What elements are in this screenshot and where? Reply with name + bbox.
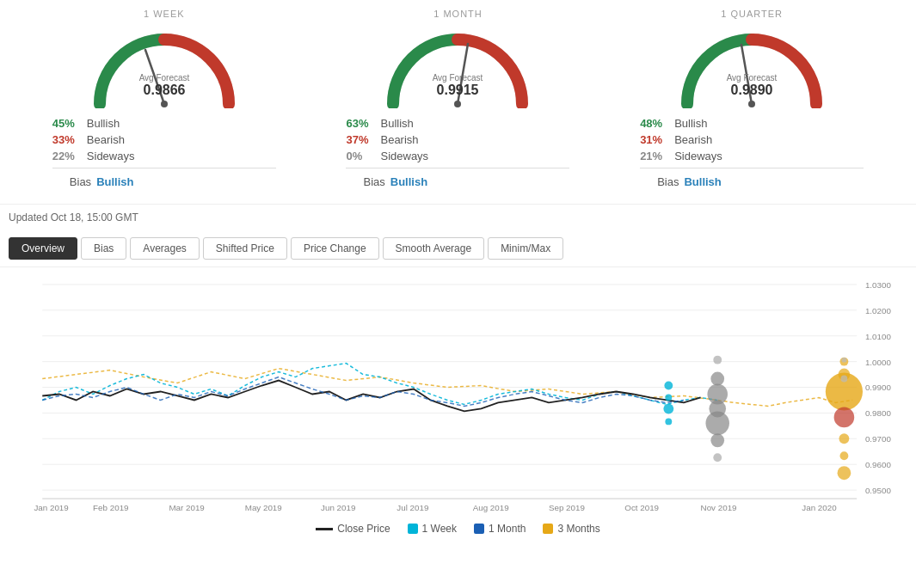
bias-value-month: Bullish (390, 175, 427, 188)
forecast-section: 1 WEEK Avg Forecast 0.9866 45% Bullish (0, 0, 916, 205)
period-label-week: 1 WEEK (144, 9, 185, 19)
bias-value-quarter: Bullish (684, 175, 721, 188)
stats-week: 45% Bullish 33% Bearish 22% Sideways Bia… (35, 108, 293, 195)
chart-area: 1.0300 1.0200 1.0100 1.0000 0.9900 0.980… (0, 266, 916, 516)
legend-close-price: Close Price (316, 523, 390, 535)
svg-text:0.9890: 0.9890 (731, 83, 773, 97)
svg-point-39 (663, 403, 673, 413)
sideways-pct-week: 22% (52, 150, 87, 162)
updated-text: Updated Oct 18, 15:00 GMT (0, 205, 916, 230)
svg-text:0.9900: 0.9900 (865, 383, 891, 392)
legend-dot-3months (543, 524, 553, 534)
legend-dot-week (408, 524, 418, 534)
svg-point-36 (713, 453, 722, 462)
svg-text:Avg Forecast: Avg Forecast (727, 73, 778, 83)
svg-point-5 (454, 101, 461, 107)
forecast-card-month: 1 MONTH Avg Forecast 0.9915 63% Bullish … (329, 9, 587, 204)
bearish-pct-week: 33% (52, 133, 87, 146)
svg-text:1.0300: 1.0300 (865, 280, 891, 290)
legend-1week: 1 Week (408, 523, 457, 535)
svg-point-38 (665, 394, 672, 401)
period-label-quarter: 1 QUARTER (721, 9, 783, 19)
svg-text:Jan 2019: Jan 2019 (34, 503, 69, 512)
bias-value-week: Bullish (96, 175, 133, 188)
svg-point-44 (834, 407, 855, 427)
legend-label-close: Close Price (337, 523, 390, 535)
sideways-pct-month: 0% (346, 150, 380, 162)
svg-text:0.9700: 0.9700 (865, 434, 891, 444)
svg-point-9 (748, 101, 755, 107)
svg-text:Avg Forecast: Avg Forecast (433, 73, 483, 83)
svg-text:0.9866: 0.9866 (143, 83, 185, 97)
svg-text:Jun 2019: Jun 2019 (321, 503, 356, 512)
bearish-pct-month: 37% (346, 133, 380, 146)
stats-month: 63% Bullish 37% Bearish 0% Sideways Bias… (329, 108, 587, 195)
svg-text:1.0200: 1.0200 (865, 306, 891, 315)
svg-text:0.9915: 0.9915 (437, 83, 479, 97)
svg-point-49 (840, 376, 847, 383)
svg-point-45 (839, 433, 850, 444)
tab-shifted-price[interactable]: Shifted Price (203, 237, 287, 260)
legend-3months: 3 Months (543, 523, 599, 535)
bearish-pct-quarter: 31% (640, 133, 674, 146)
svg-point-31 (710, 372, 724, 386)
forecast-card-quarter: 1 QUARTER Avg Forecast 0.9890 48% Bullis… (623, 9, 881, 204)
sideways-pct-quarter: 21% (640, 150, 674, 162)
forecast-card-week: 1 WEEK Avg Forecast 0.9866 45% Bullish (35, 9, 293, 204)
tabs-bar: Overview Bias Averages Shifted Price Pri… (0, 230, 916, 266)
svg-text:1.0000: 1.0000 (865, 358, 891, 367)
bullish-pct-month: 63% (346, 117, 380, 130)
svg-text:Aug 2019: Aug 2019 (473, 503, 509, 512)
period-label-month: 1 MONTH (433, 9, 483, 19)
gauge-quarter: Avg Forecast 0.9890 (674, 22, 829, 108)
svg-text:Jan 2020: Jan 2020 (802, 503, 837, 512)
legend-label-3months: 3 Months (557, 523, 599, 535)
bullish-pct-week: 45% (52, 117, 87, 130)
svg-text:0.9800: 0.9800 (865, 408, 891, 418)
svg-text:Feb 2019: Feb 2019 (93, 503, 129, 512)
bullish-pct-quarter: 48% (640, 117, 674, 130)
legend-label-week: 1 Week (422, 523, 457, 535)
svg-text:Sep 2019: Sep 2019 (549, 503, 585, 512)
svg-text:Oct 2019: Oct 2019 (624, 503, 659, 512)
legend-1month: 1 Month (474, 523, 526, 535)
stats-quarter: 48% Bullish 31% Bearish 21% Sideways Bia… (623, 108, 881, 195)
legend-label-month: 1 Month (489, 523, 526, 535)
tab-smooth-average[interactable]: Smooth Average (383, 237, 485, 260)
tab-overview[interactable]: Overview (9, 237, 77, 260)
svg-point-35 (710, 433, 724, 447)
tab-bias[interactable]: Bias (81, 237, 126, 260)
svg-point-46 (840, 451, 849, 460)
svg-text:Mar 2019: Mar 2019 (169, 503, 205, 512)
tab-minim-max[interactable]: Minim/Max (488, 237, 563, 260)
tab-price-change[interactable]: Price Change (291, 237, 379, 260)
svg-text:0.9500: 0.9500 (865, 486, 891, 495)
svg-point-40 (665, 418, 672, 425)
svg-text:0.9600: 0.9600 (865, 460, 891, 469)
svg-point-47 (838, 466, 851, 480)
svg-point-48 (841, 358, 846, 363)
svg-text:May 2019: May 2019 (245, 503, 283, 512)
gauge-month: Avg Forecast 0.9915 (380, 22, 535, 108)
svg-point-1 (161, 101, 168, 107)
legend-dot-close (316, 528, 333, 530)
legend-dot-month (474, 524, 484, 534)
gauge-week: Avg Forecast 0.9866 (87, 22, 242, 108)
svg-point-37 (664, 382, 673, 390)
svg-text:Nov 2019: Nov 2019 (701, 503, 737, 512)
legend-bar: Close Price 1 Week 1 Month 3 Months (0, 516, 916, 542)
svg-point-30 (713, 356, 722, 364)
tab-averages[interactable]: Averages (130, 237, 199, 260)
svg-point-34 (705, 411, 728, 435)
svg-text:Jul 2019: Jul 2019 (397, 503, 429, 512)
svg-text:Avg Forecast: Avg Forecast (138, 73, 189, 83)
svg-text:1.0100: 1.0100 (865, 332, 891, 341)
